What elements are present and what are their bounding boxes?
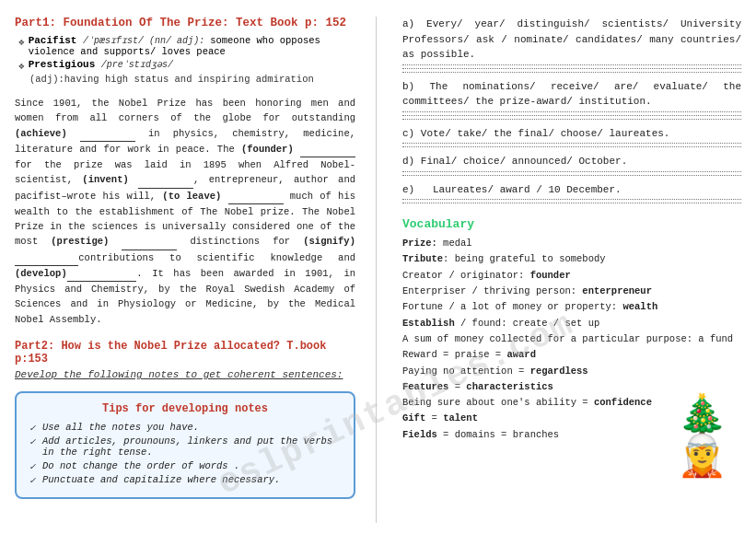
exercise-a-text: a) Every/ year/ distinguish/ scientists/… xyxy=(402,17,741,63)
gnome-decoration: 🎄🧝 xyxy=(677,405,743,479)
tip-3: Do not change the order of words . xyxy=(29,460,341,471)
diamond-icon: ❖ xyxy=(18,36,25,48)
tips-box: Tips for developing notes Use all the no… xyxy=(15,391,355,499)
exercise-e-text: e) Laureates/ award / 10 December. xyxy=(402,182,741,198)
dotted-line-e2 xyxy=(402,203,741,203)
dotted-line-b3 xyxy=(402,119,741,120)
dotted-line-e1 xyxy=(402,199,741,200)
develop-instruction: Develop the following notes to get coher… xyxy=(15,369,355,380)
vocab-section-title: Vocabulary xyxy=(402,217,741,231)
vocab-tribute: Tribute: being grateful to somebody xyxy=(402,251,741,267)
diamond-icon-2: ❖ xyxy=(18,60,25,72)
pacifist-phonetic: /ˈpæsɪfɪst/ (nn/ adj): xyxy=(83,36,210,46)
part1-title: Part1: Foundation Of The Prize: Text Boo… xyxy=(15,17,355,29)
exercise-a-label: a) xyxy=(402,18,426,29)
vocab-pacifist: ❖ Pacifist /ˈpæsɪfɪst/ (nn/ adj): someon… xyxy=(15,35,355,57)
prestigious-phonetic: /preˈstɪdʒəs/ xyxy=(101,60,173,70)
exercise-c-label: c) xyxy=(402,128,421,139)
exercise-a: a) Every/ year/ distinguish/ scientists/… xyxy=(402,17,741,75)
vocab-establish: Establish / found: create / set up xyxy=(402,316,741,331)
exercise-d-text: d) Final/ choice/ announced/ October. xyxy=(402,154,741,169)
vocab-features: Features = characteristics xyxy=(402,379,741,395)
exercise-section: a) Every/ year/ distinguish/ scientists/… xyxy=(402,17,741,210)
dotted-line-b1 xyxy=(402,111,741,112)
dotted-line-a2 xyxy=(402,68,741,69)
vocab-sum: A sum of money collected for a particula… xyxy=(402,331,741,347)
dotted-line-a3 xyxy=(402,72,741,73)
dotted-line-d1 xyxy=(402,171,741,172)
exercise-e-label: e) xyxy=(402,184,433,195)
vocab-prestigious: ❖ Prestigious /preˈstɪdʒəs/ xyxy=(15,59,355,72)
dotted-line-a1 xyxy=(402,64,741,65)
tips-list: Use all the notes you have. Add articles… xyxy=(29,422,341,485)
vocab-creator: Creator / originator: founder xyxy=(402,268,741,284)
vocab-enterpriser: Enterpriser / thriving person: enterpren… xyxy=(402,284,741,299)
vocab-prize: Prize: medal xyxy=(402,236,741,251)
prestigious-def: (adj):having high status and inspiring a… xyxy=(29,74,355,85)
tip-4: Punctuate and capitalize where necessary… xyxy=(29,474,341,485)
vocab-paying: Paying no attention = regardless xyxy=(402,364,741,379)
vocab-reward: Reward = praise = award xyxy=(402,347,741,363)
vocab-fortune: Fortune / a lot of money or property: we… xyxy=(402,299,741,315)
gnome-icon: 🎄🧝 xyxy=(677,398,743,479)
dotted-line-c2 xyxy=(402,146,741,147)
exercise-b: b) The nominations/ receive/ are/ evalua… xyxy=(402,79,741,122)
exercise-b-text: b) The nominations/ receive/ are/ evalua… xyxy=(402,79,741,110)
column-divider xyxy=(376,17,377,523)
exercise-d: d) Final/ choice/ announced/ October. xyxy=(402,154,741,179)
dotted-line-b2 xyxy=(402,115,741,116)
dotted-line-d2 xyxy=(402,175,741,176)
exercise-c-text: c) Vote/ take/ the final/ choose/ laurea… xyxy=(402,126,741,142)
left-column: Part1: Foundation Of The Prize: Text Boo… xyxy=(15,17,355,523)
exercise-b-label: b) xyxy=(402,81,429,92)
tip-1: Use all the notes you have. xyxy=(29,422,341,433)
tips-title: Tips for developing notes xyxy=(29,402,341,415)
exercise-c: c) Vote/ take/ the final/ choose/ laurea… xyxy=(402,126,741,151)
page: Part1: Foundation Of The Prize: Text Boo… xyxy=(0,0,756,534)
tip-2: Add articles, prounouns, linkers and put… xyxy=(29,435,341,458)
exercise-e: e) Laureates/ award / 10 December. xyxy=(402,182,741,207)
exercise-d-label: d) xyxy=(402,156,421,167)
main-paragraph: Since 1901, the Nobel Prize has been hon… xyxy=(15,96,355,327)
dotted-line-c1 xyxy=(402,143,741,144)
pacifist-word: Pacifist xyxy=(29,35,83,46)
prestigious-word: Prestigious xyxy=(29,59,101,70)
part2-title: Part2: How is the Nobel Prize allocated?… xyxy=(15,340,355,366)
